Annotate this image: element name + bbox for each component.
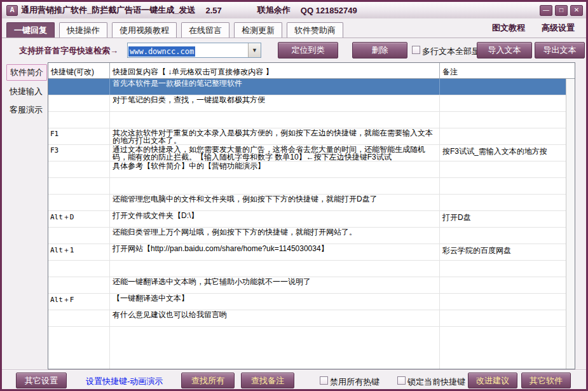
table-cell-note[interactable]	[440, 161, 575, 177]
window-controls: — □ ✕	[540, 5, 583, 16]
delete-button[interactable]: 删除	[352, 42, 407, 58]
tab[interactable]: 一键回复	[6, 22, 55, 38]
window-title: 通用营销推广软件_防拦截广告语一键生成_发送	[21, 4, 195, 16]
table-cell-content[interactable]	[110, 112, 440, 128]
tab[interactable]: 软件赞助商	[287, 22, 343, 38]
table-cell-hotkey[interactable]: Alt＋1	[48, 244, 110, 260]
lock-hotkey-label[interactable]: 锁定当前快捷键	[407, 376, 465, 388]
tab[interactable]: 检测更新	[234, 22, 282, 38]
table-cell-content[interactable]: 其次这款软件对于重复的文本录入是极其方便的，例如按下左边的快捷键，就能在需要输入…	[110, 128, 440, 144]
table-cell-content[interactable]: 打开文件或文件夹【D:\】	[110, 211, 440, 227]
header-note[interactable]: 备注	[440, 63, 575, 78]
other-software-button[interactable]: 其它软件	[521, 373, 571, 388]
table-row[interactable]: Alt＋F 【一键翻译选中文本】	[48, 294, 575, 310]
disable-hotkeys-checkbox[interactable]	[320, 376, 328, 385]
search-combobox-value[interactable]: www.downcc.com	[128, 43, 248, 57]
table-cell-note[interactable]	[440, 310, 575, 326]
tab[interactable]: 使用视频教程	[112, 22, 177, 38]
table-cell-note[interactable]	[440, 95, 575, 111]
table-cell-note[interactable]: 彩云学院的百度网盘	[440, 244, 575, 260]
table-cell-note[interactable]	[440, 178, 575, 194]
table-cell-content[interactable]	[110, 178, 440, 194]
other-settings-button[interactable]: 其它设置	[16, 373, 67, 388]
table-cell-note[interactable]	[440, 79, 575, 95]
locate-category-button[interactable]: 定位到类	[278, 42, 338, 58]
table-cell-hotkey[interactable]: F3	[48, 145, 110, 161]
table-cell-content[interactable]: 对于笔记的归类，查找，一键提取都极其方便	[110, 95, 440, 111]
table-row[interactable]: F3 通过文本的快捷录入，如您需要发大量的广告，这将会省去您大量的时间，还能智能…	[48, 145, 575, 161]
find-note-button[interactable]: 查找备注	[241, 373, 294, 388]
minimize-icon[interactable]: —	[540, 5, 552, 16]
table-row[interactable]: 具体参考【软件简介】中的【营销功能演示】	[48, 161, 575, 178]
table-cell-note[interactable]	[440, 277, 575, 293]
vertical-scrollbar[interactable]	[566, 79, 575, 369]
maximize-icon[interactable]: □	[555, 5, 568, 16]
table-cell-content[interactable]	[110, 261, 440, 277]
link-graphic-tutorial[interactable]: 图文教程	[492, 22, 525, 34]
table-cell-hotkey[interactable]	[48, 261, 110, 277]
dropdown-arrow-icon[interactable]: ▼	[248, 43, 261, 57]
sidebar-item[interactable]: 软件简介	[6, 64, 47, 81]
table-cell-content[interactable]: 首先本软件是一款极佳的笔记整理软件	[110, 79, 440, 95]
table-row[interactable]: Alt＋1 打开网站【http://pan.baidu.com/share/ho…	[48, 244, 575, 261]
table-cell-note[interactable]: 打开D盘	[440, 211, 575, 227]
tab[interactable]: 在线留言	[181, 22, 229, 38]
table-cell-hotkey[interactable]	[48, 79, 110, 95]
bottom-bar: 其它设置 设置快捷键-动画演示 查找所有 查找备注 禁用所有热键 锁定当前快捷键…	[2, 369, 586, 390]
table-cell-note[interactable]	[440, 128, 575, 144]
table-row[interactable]: 还能一键翻译选中文本哟，其它辅助小功能就不一一说明了	[48, 277, 575, 294]
table-cell-content[interactable]: 打开网站【http://pan.baidu.com/share/home?uk=…	[110, 244, 440, 260]
header-content[interactable]: 快捷回复内容【 ↓单元格双击可直接修改内容 】	[110, 63, 440, 78]
table-cell-hotkey[interactable]	[48, 277, 110, 293]
table-cell-note[interactable]	[440, 112, 575, 128]
table-row[interactable]	[48, 112, 575, 128]
find-all-button[interactable]: 查找所有	[181, 373, 235, 388]
table-cell-hotkey[interactable]	[48, 310, 110, 326]
table-cell-note[interactable]	[440, 294, 575, 310]
table-cell-hotkey[interactable]	[48, 95, 110, 111]
table-row[interactable]: 首先本软件是一款极佳的笔记整理软件	[48, 79, 575, 95]
table-cell-content[interactable]: 还能管理您电脑中的文件和文件夹哦，例如按下下方的快捷键，就能打开D盘了	[110, 195, 440, 210]
tab[interactable]: 快捷操作	[59, 22, 107, 38]
improvement-suggestion-button[interactable]: 改进建议	[468, 373, 517, 388]
table-cell-note[interactable]	[440, 195, 575, 210]
import-text-button[interactable]: 导入文本	[477, 42, 532, 58]
multiline-display-checkbox[interactable]	[412, 46, 420, 54]
header-hotkey[interactable]: 快捷键(可改)	[48, 63, 110, 78]
hotkey-demo-link[interactable]: 设置快捷键-动画演示	[86, 376, 163, 387]
table-cell-content[interactable]: 有什么意见建议也可以给我留言哟	[110, 310, 440, 326]
table-cell-hotkey[interactable]	[48, 161, 110, 177]
table-cell-hotkey[interactable]	[48, 178, 110, 194]
title-bar[interactable]: A 通用营销推广软件_防拦截广告语一键生成_发送 2.57 联旭余作 QQ 12…	[2, 2, 586, 18]
table-cell-content[interactable]: 通过文本的快捷录入，如您需要发大量的广告，这将会省去您大量的时间，还能智能生成随…	[110, 145, 440, 161]
table-cell-note[interactable]	[440, 261, 575, 277]
export-text-button[interactable]: 导出文本	[535, 42, 585, 58]
table-row[interactable]: 有什么意见建议也可以给我留言哟	[48, 310, 575, 327]
table-row[interactable]: 还能归类管理上万个网址哦，例如按下下方的快捷键，就能打开网站了。	[48, 228, 575, 244]
sidebar-item[interactable]: 客服演示	[6, 102, 46, 118]
table-cell-hotkey[interactable]: Alt＋F	[48, 294, 110, 310]
table-cell-hotkey[interactable]	[48, 195, 110, 210]
table-row[interactable]: 对于笔记的归类，查找，一键提取都极其方便	[48, 95, 575, 112]
table-row[interactable]	[48, 261, 575, 277]
table-cell-hotkey[interactable]	[48, 228, 110, 244]
lock-hotkey-checkbox[interactable]	[397, 376, 406, 385]
table-cell-note[interactable]: 按F3试试_需输入文本的地方按	[440, 145, 575, 161]
table-cell-hotkey[interactable]	[48, 112, 110, 128]
search-combobox[interactable]: www.downcc.com ▼	[127, 43, 261, 58]
table-cell-hotkey[interactable]: F1	[48, 128, 110, 144]
table-row[interactable]: F1 其次这款软件对于重复的文本录入是极其方便的，例如按下左边的快捷键，就能在需…	[48, 128, 575, 145]
table-cell-hotkey[interactable]: Alt＋D	[48, 211, 110, 227]
table-cell-content[interactable]: 还能归类管理上万个网址哦，例如按下下方的快捷键，就能打开网站了。	[110, 228, 440, 244]
table-row[interactable]	[48, 178, 575, 195]
table-cell-content[interactable]: 还能一键翻译选中文本哟，其它辅助小功能就不一一说明了	[110, 277, 440, 293]
table-row[interactable]: 还能管理您电脑中的文件和文件夹哦，例如按下下方的快捷键，就能打开D盘了	[48, 195, 575, 211]
link-advanced-settings[interactable]: 高级设置	[542, 22, 575, 34]
table-row[interactable]: Alt＋D 打开文件或文件夹【D:\】 打开D盘	[48, 211, 575, 228]
disable-hotkeys-label[interactable]: 禁用所有热键	[330, 376, 379, 388]
sidebar-item[interactable]: 快捷输入	[6, 84, 46, 99]
table-cell-content[interactable]: 具体参考【软件简介】中的【营销功能演示】	[110, 161, 440, 177]
close-icon[interactable]: ✕	[570, 5, 583, 16]
table-cell-note[interactable]	[440, 228, 575, 244]
table-cell-content[interactable]: 【一键翻译选中文本】	[110, 294, 440, 310]
